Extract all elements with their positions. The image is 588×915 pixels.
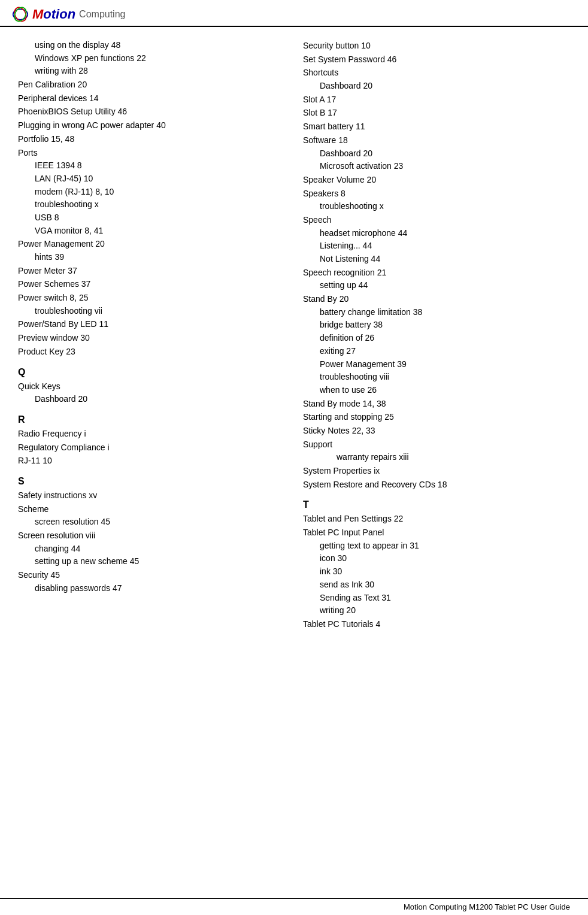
index-entry: Windows XP pen functions 22 [18,52,285,65]
index-entry: Dashboard 20 [18,393,285,406]
index-entry: Support [303,438,570,452]
index-entry: Smart battery 11 [303,120,570,134]
index-entry: S [18,476,285,487]
index-entry: Power Management 20 [18,238,285,251]
logo: Motion Computing [12,6,125,23]
index-entry: troubleshooting x [303,200,570,213]
index-entry: Portfolio 15, 48 [18,133,285,146]
index-entry: Q [18,367,285,378]
index-entry: screen resolution 45 [18,516,285,529]
index-entry: Stand By mode 14, 38 [303,398,570,411]
index-entry: using on the display 48 [18,39,285,52]
index-entry: Dashboard 20 [303,80,570,93]
index-entry: troubleshooting viii [303,371,570,384]
index-entry: Peripheral devices 14 [18,92,285,105]
index-entry: Safety instructions xv [18,489,285,502]
index-entry: Pen Calibration 20 [18,78,285,92]
index-entry: Power Meter 37 [18,265,285,278]
index-entry: Speech [303,214,570,227]
index-entry: Dashboard 20 [303,147,570,160]
index-entry: Product Key 23 [18,346,285,359]
svg-point-2 [12,6,28,23]
index-entry: System Properties ix [303,465,570,478]
index-entry: Slot B 17 [303,107,570,120]
index-entry: Power switch 8, 25 [18,292,285,305]
index-entry: Speech recognition 21 [303,266,570,280]
index-entry: Power Management 39 [303,358,570,371]
index-entry: troubleshooting vii [18,305,285,318]
index-entry: RJ-11 10 [18,455,285,468]
index-entry: Listening... 44 [303,240,570,253]
index-entry: Tablet and Pen Settings 22 [303,513,570,526]
index-entry: disabling passwords 47 [18,582,285,595]
index-entry: Radio Frequency i [18,428,285,441]
index-entry: USB 8 [18,211,285,225]
logo-computing-text: Computing [79,9,125,20]
index-entry: icon 30 [303,552,570,565]
logo-motion-text: Motion [32,7,75,22]
index-entry: Tablet PC Tutorials 4 [303,618,570,631]
index-entry: Power Schemes 37 [18,278,285,291]
index-entry: T [303,499,570,510]
index-entry: Scheme [18,503,285,516]
index-entry: setting up 44 [303,279,570,292]
index-entry: bridge battery 38 [303,319,570,332]
index-entry: changing 44 [18,543,285,556]
right-column: Security button 10Set System Password 46… [297,39,570,631]
index-entry: troubleshooting x [18,198,285,211]
index-entry: warranty repairs xiii [303,451,570,464]
index-entry: Speakers 8 [303,187,570,201]
index-entry: getting text to appear in 31 [303,540,570,553]
page-content: using on the display 48Windows XP pen fu… [0,27,588,667]
index-entry: exiting 27 [303,345,570,358]
index-entry: send as Ink 30 [303,578,570,592]
index-entry: Shortcuts [303,66,570,80]
page-header: Motion Computing [0,0,588,27]
index-entry: Screen resolution viii [18,529,285,543]
index-entry: Regulatory Compliance i [18,441,285,455]
index-entry: when to use 26 [303,384,570,397]
index-entry: Tablet PC Input Panel [303,526,570,540]
index-entry: hints 39 [18,251,285,264]
index-entry: Sending as Text 31 [303,592,570,605]
index-entry: IEEE 1394 8 [18,159,285,172]
page-footer: Motion Computing M1200 Tablet PC User Gu… [0,898,588,915]
index-entry: R [18,414,285,425]
index-entry: Microsoft activation 23 [303,160,570,173]
index-entry: modem (RJ-11) 8, 10 [18,186,285,199]
index-entry: System Restore and Recovery CDs 18 [303,478,570,492]
index-entry: Not Listening 44 [303,253,570,266]
index-entry: Quick Keys [18,380,285,393]
index-entry: Starting and stopping 25 [303,411,570,424]
index-entry: PhoenixBIOS Setup Utility 46 [18,105,285,119]
index-entry: definition of 26 [303,332,570,345]
index-entry: Set System Password 46 [303,53,570,66]
index-entry: battery change limitation 38 [303,306,570,319]
index-entry: setting up a new scheme 45 [18,555,285,568]
index-entry: Sticky Notes 22, 33 [303,425,570,438]
index-entry: ink 30 [303,565,570,578]
index-entry: VGA monitor 8, 41 [18,225,285,238]
index-entry: LAN (RJ-45) 10 [18,172,285,186]
index-entry: headset microphone 44 [303,227,570,240]
motion-logo-icon [12,6,29,23]
index-entry: writing 20 [303,604,570,617]
index-entry: Ports [18,147,285,160]
index-entry: Security button 10 [303,40,570,53]
left-column: using on the display 48Windows XP pen fu… [18,39,297,631]
index-entry: Preview window 30 [18,332,285,345]
index-entry: Slot A 17 [303,93,570,107]
index-entry: Security 45 [18,569,285,582]
index-entry: writing with 28 [18,65,285,78]
footer-text: Motion Computing M1200 Tablet PC User Gu… [404,902,570,911]
index-entry: Power/Stand By LED 11 [18,318,285,331]
index-entry: Speaker Volume 20 [303,174,570,187]
index-entry: Plugging in wrong AC power adapter 40 [18,119,285,132]
index-entry: Software 18 [303,134,570,147]
index-entry: Stand By 20 [303,293,570,306]
